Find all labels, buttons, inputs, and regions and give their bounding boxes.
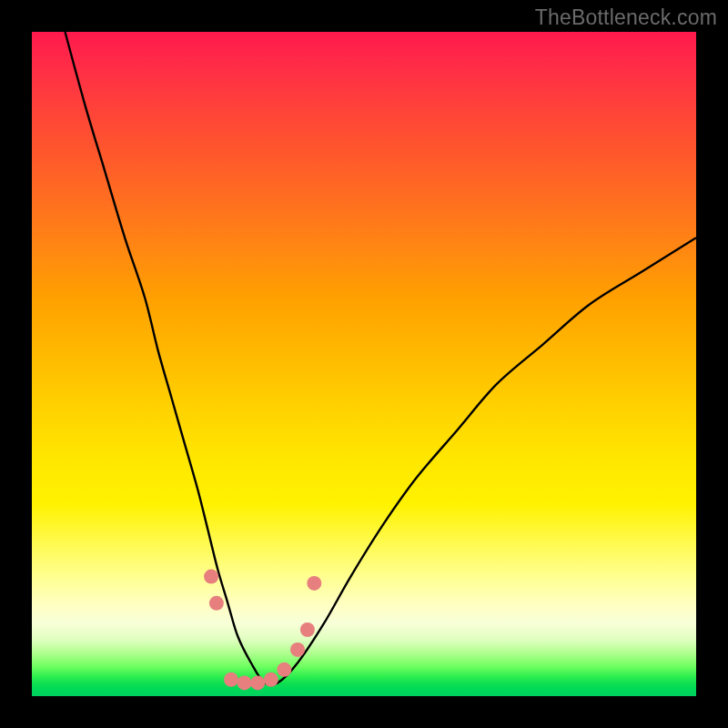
data-marker bbox=[307, 576, 321, 591]
chart-frame: TheBottleneck.com bbox=[0, 0, 728, 728]
plot-area bbox=[32, 32, 696, 696]
data-markers bbox=[204, 570, 321, 691]
data-marker bbox=[300, 622, 315, 637]
data-marker bbox=[204, 570, 218, 584]
curve-line bbox=[66, 32, 697, 685]
data-marker bbox=[209, 596, 224, 611]
data-marker bbox=[264, 672, 278, 687]
data-marker bbox=[250, 675, 265, 690]
data-marker bbox=[224, 672, 238, 687]
curve-layer bbox=[32, 32, 696, 696]
data-marker bbox=[290, 642, 305, 657]
bottleneck-curve bbox=[66, 32, 697, 685]
data-marker bbox=[238, 675, 252, 690]
data-marker bbox=[277, 662, 291, 677]
watermark-text: TheBottleneck.com bbox=[535, 5, 717, 30]
